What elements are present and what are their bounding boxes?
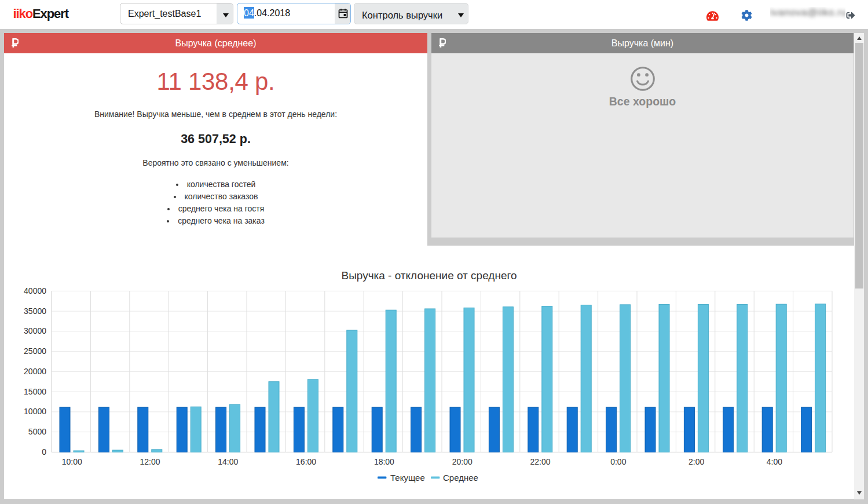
- svg-text:20:00: 20:00: [452, 457, 473, 466]
- svg-text:Текущее: Текущее: [390, 473, 425, 483]
- svg-text:12:00: 12:00: [140, 457, 160, 466]
- svg-text:10000: 10000: [24, 407, 46, 416]
- svg-text:14:00: 14:00: [218, 457, 238, 466]
- svg-text:22:00: 22:00: [530, 457, 550, 466]
- svg-text:20000: 20000: [24, 367, 46, 376]
- svg-text:Выручка - отклонение от средне: Выручка - отклонение от среднего: [341, 269, 517, 282]
- svg-text:25000: 25000: [24, 346, 46, 356]
- svg-text:2:00: 2:00: [688, 457, 704, 466]
- svg-text:5000: 5000: [28, 427, 46, 436]
- svg-text:10:00: 10:00: [62, 457, 82, 466]
- svg-text:0: 0: [42, 447, 46, 456]
- svg-text:30000: 30000: [24, 326, 46, 335]
- svg-text:Среднее: Среднее: [443, 473, 478, 483]
- svg-text:15000: 15000: [24, 387, 46, 396]
- svg-text:40000: 40000: [24, 286, 46, 295]
- svg-text:18:00: 18:00: [374, 457, 394, 466]
- svg-text:0:00: 0:00: [610, 457, 626, 466]
- svg-text:16:00: 16:00: [296, 457, 316, 466]
- svg-text:35000: 35000: [24, 306, 46, 316]
- svg-text:4:00: 4:00: [767, 457, 782, 466]
